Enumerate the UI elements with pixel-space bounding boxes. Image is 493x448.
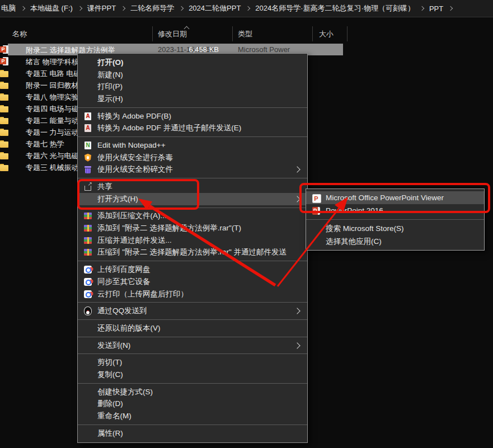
- file-name: 专题七 热学: [26, 139, 64, 149]
- baidu-pan-icon: [83, 290, 92, 299]
- chevron-right-icon: [78, 6, 82, 11]
- menu-separator: [78, 107, 307, 108]
- ppt-file-icon: [0, 45, 9, 54]
- menu-item-label: 重命名(M): [97, 411, 303, 421]
- menu-separator: [78, 302, 307, 303]
- menu-item-label: 打开(O): [97, 58, 303, 68]
- column-divider[interactable]: [347, 26, 348, 41]
- menu-item-baidu-sync[interactable]: 同步至其它设备: [78, 276, 307, 288]
- menu-item-label: 打开方式(H): [97, 194, 295, 204]
- breadcrumb-item[interactable]: 2024名师导学·新高考二轮总复习·物理（可刻碟）: [252, 3, 418, 13]
- menu-item-edit-notepadpp[interactable]: Edit with Notepad++: [78, 139, 307, 152]
- menu-item-label: 打印(P): [97, 82, 303, 92]
- menu-item-label: 复制(C): [97, 370, 303, 380]
- menu-item-open-with[interactable]: 打开方式(H): [78, 193, 307, 205]
- menu-item-cut[interactable]: 剪切(T): [78, 356, 307, 369]
- column-header-size[interactable]: 大小: [319, 29, 334, 39]
- folder-icon: [0, 69, 9, 77]
- menu-item-send-to[interactable]: 发送到(N): [78, 339, 307, 352]
- breadcrumb-item[interactable]: 二轮名师导学: [127, 3, 177, 13]
- file-type: Microsoft Power: [238, 45, 290, 54]
- menu-item-properties[interactable]: 属性(R): [78, 427, 307, 440]
- menu-item-huorong-shred[interactable]: 使用火绒安全粉碎文件: [78, 164, 307, 176]
- chevron-right-icon: [179, 6, 184, 11]
- column-divider[interactable]: [312, 26, 313, 41]
- menu-item-label: 显示(H): [97, 94, 303, 104]
- column-headers: 名称 修改日期 类型 大小: [0, 25, 369, 42]
- menu-item-print[interactable]: 打印(P): [78, 81, 307, 93]
- column-header-name[interactable]: 名称: [12, 29, 27, 39]
- menu-item-label: 压缩并通过邮件发送...: [97, 235, 303, 246]
- submenu-item-choose-other-app[interactable]: 选择其他应用(C): [306, 235, 484, 248]
- submenu-item-search-store[interactable]: 搜索 Microsoft Store(S): [306, 222, 484, 235]
- menu-item-label: 同步至其它设备: [97, 277, 303, 287]
- file-explorer-window: 电脑本地磁盘 (F:)课件PPT二轮名师导学2024二轮做PPT2024名师导学…: [0, 0, 493, 448]
- folder-icon: [0, 105, 9, 112]
- menu-item-label: 通过QQ发送到: [97, 306, 295, 316]
- breadcrumb-item[interactable]: PPT: [426, 4, 447, 13]
- menu-item-create-shortcut[interactable]: 创建快捷方式(S): [78, 386, 307, 398]
- menu-item-restore-versions[interactable]: 还原以前的版本(V): [78, 322, 307, 334]
- menu-separator: [78, 208, 307, 208]
- breadcrumb: 电脑本地磁盘 (F:)课件PPT二轮名师导学2024二轮做PPT2024名师导学…: [0, 0, 493, 17]
- menu-item-rar-add[interactable]: 添加到压缩文件(A)...: [78, 210, 307, 223]
- menu-item-label: 转换为 Adobe PDF(B): [97, 111, 303, 121]
- breadcrumb-item[interactable]: 本地磁盘 (F:): [27, 3, 76, 13]
- file-name: 专题八 物理实验: [26, 92, 79, 102]
- menu-item-label: 上传到百度网盘: [97, 265, 303, 275]
- menu-item-share[interactable]: 共享: [78, 181, 307, 193]
- menu-separator: [78, 261, 307, 261]
- column-header-type[interactable]: 类型: [238, 29, 252, 39]
- menu-item-label: Microsoft Office PowerPoint Viewer: [326, 194, 480, 202]
- menu-separator: [78, 178, 307, 178]
- adobe-pdf-mail-icon: [83, 124, 92, 133]
- menu-item-label: 搜索 Microsoft Store(S): [326, 224, 480, 234]
- menu-separator: [306, 219, 484, 220]
- menu-item-rar-email-named[interactable]: 压缩到 "附录二 选择题解题方法例举.rar" 并通过邮件发送: [78, 247, 307, 259]
- menu-item-delete[interactable]: 删除(D): [78, 398, 307, 411]
- file-name: 专题五 电路 电磁: [26, 69, 81, 79]
- menu-item-label: Edit with Notepad++: [97, 141, 303, 149]
- menu-item-convert-adobe-pdf[interactable]: 转换为 Adobe PDF(B): [78, 110, 307, 122]
- breadcrumb-item[interactable]: 2024二轮做PPT: [185, 3, 244, 13]
- menu-item-show[interactable]: 显示(H): [78, 93, 307, 105]
- winrar-icon: [83, 211, 92, 220]
- notepadpp-icon: [83, 141, 92, 150]
- menu-item-baidu-cloud-print[interactable]: 云打印（上传网盘后打印）: [78, 288, 307, 300]
- menu-separator: [78, 337, 307, 337]
- winrar-icon: [83, 236, 92, 245]
- breadcrumb-item[interactable]: 电脑: [0, 3, 19, 13]
- folder-icon: [0, 81, 9, 89]
- menu-item-label: 剪切(T): [97, 357, 303, 367]
- file-name: 专题一 力与运动: [26, 128, 79, 138]
- winrar-icon: [83, 224, 92, 233]
- menu-item-qq-send[interactable]: 通过QQ发送到: [78, 305, 307, 317]
- chevron-right-icon: [121, 6, 125, 11]
- file-name: 附录一 回归教材: [26, 81, 79, 91]
- column-divider[interactable]: [232, 26, 233, 41]
- qq-icon: [83, 306, 92, 315]
- column-header-date[interactable]: 修改日期: [158, 29, 187, 39]
- menu-separator: [78, 383, 307, 384]
- folder-icon: [0, 128, 9, 136]
- menu-item-label: 还原以前的版本(V): [97, 323, 303, 333]
- menu-item-rename[interactable]: 重命名(M): [78, 410, 307, 422]
- menu-item-huorong-scan[interactable]: 使用火绒安全进行杀毒: [78, 152, 307, 164]
- menu-item-convert-adobe-pdf-email[interactable]: 转换为 Adobe PDF 并通过电子邮件发送(E): [78, 122, 307, 134]
- breadcrumb-item[interactable]: 课件PPT: [84, 3, 119, 13]
- menu-item-new[interactable]: 新建(N): [78, 69, 307, 81]
- menu-item-open[interactable]: 打开(O): [78, 56, 307, 69]
- huorong-shield-icon: [83, 153, 92, 162]
- menu-item-label: 创建快捷方式(S): [97, 387, 303, 397]
- menu-item-label: 使用火绒安全粉碎文件: [97, 164, 295, 175]
- submenu-item-powerpoint-2016[interactable]: PowerPoint 2016: [306, 204, 484, 217]
- menu-item-baidu-upload[interactable]: 上传到百度网盘: [78, 263, 307, 276]
- submenu-item-ppt-viewer[interactable]: Microsoft Office PowerPoint Viewer: [306, 191, 484, 204]
- menu-item-rar-email[interactable]: 压缩并通过邮件发送...: [78, 234, 307, 247]
- menu-item-copy[interactable]: 复制(C): [78, 369, 307, 381]
- menu-item-label: 云打印（上传网盘后打印）: [97, 289, 303, 299]
- folder-icon: [0, 152, 9, 159]
- menu-item-label: 选择其他应用(C): [326, 237, 480, 247]
- menu-item-rar-add-named[interactable]: 添加到 "附录二 选择题解题方法例举.rar"(T): [78, 222, 307, 234]
- column-divider[interactable]: [152, 26, 153, 41]
